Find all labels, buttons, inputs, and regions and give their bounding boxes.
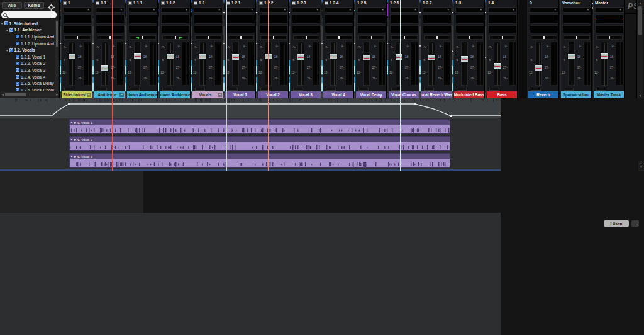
pan-slider[interactable] [358,35,385,40]
timeline-area[interactable]: ▸CUptown Ambience (1)▸CUptown Ambience (… [0,213,501,335]
strip-name-label[interactable]: Spurvorschau [561,91,591,98]
strip-dropdown[interactable]: ▼ [96,7,125,13]
pan-slider[interactable] [64,35,91,40]
strip-name-label[interactable]: Vocal Delay [356,91,386,98]
strip-arm-icon[interactable] [96,1,99,5]
strip-dropdown[interactable]: ▼ [226,7,255,13]
strip-dropdown[interactable]: ▼ [423,7,452,13]
fader-track[interactable] [363,42,370,86]
pan-slider[interactable] [391,35,418,40]
send-slot[interactable] [292,25,321,33]
fader-track[interactable] [69,42,75,86]
pan-handle[interactable] [502,36,503,39]
strip-dropdown[interactable]: ▼ [63,7,92,13]
send-slot[interactable] [423,25,452,33]
strip-name-label[interactable]: Uptown Ambience... [160,91,190,98]
strip-dropdown[interactable]: ▼ [562,7,591,13]
tree-horizontal-scrollbar[interactable]: ◂ ▸ [1,92,58,97]
fader-track[interactable] [461,42,468,86]
fader-handle[interactable] [395,54,403,60]
fader-track[interactable] [101,42,108,86]
mixer-strip-1.3[interactable]: 1.3▼0-6-12-9-18-27-36-Modulated Bass [453,0,485,98]
fader-track[interactable] [494,42,501,86]
send-slot[interactable] [259,25,288,33]
tree-item[interactable]: ✓1.2.6. Vocal Chorus [1,87,54,91]
plugin-slot[interactable] [128,14,157,24]
mixer-strip-1.1[interactable]: 1.1▼0-6-12-9-18-27-36-Ambience− [94,0,125,98]
mixer-strip-1.1.1[interactable]: 1.1.1▼0-6-12-9-18-27-36-Uptown Ambience.… [126,0,158,98]
strip-arm-icon[interactable] [161,1,165,5]
pan-handle[interactable] [404,36,405,39]
fader-track[interactable] [396,42,402,86]
send-slot[interactable] [390,25,419,33]
strip-dropdown[interactable]: ▼ [194,7,223,13]
mixer-strip-1.2.2[interactable]: 1.2.2▼0-6-12-9-18-27-36-Vocal 2 [257,0,289,98]
fader-handle[interactable] [600,52,608,59]
tree-item[interactable]: ✓1.2.2. Vocal 2 [1,60,54,67]
tree-checkbox[interactable]: ✓ [16,55,19,59]
plugin-slot[interactable] [390,14,419,24]
strip-name-label[interactable]: Uptown Ambience... [127,91,157,98]
send-slot[interactable] [455,25,484,33]
filter-all-button[interactable]: Alle [2,2,22,9]
plugin-slot[interactable] [562,14,591,24]
strip-arm-icon[interactable] [292,1,296,5]
fader-handle[interactable] [330,53,338,60]
strip-dropdown[interactable]: ▼ [325,7,353,13]
plugin-slot[interactable] [292,14,321,24]
fader-handle[interactable] [133,52,142,59]
strip-collapse-button[interactable]: − [87,93,91,97]
pan-handle[interactable] [77,36,78,39]
plugin-slot[interactable] [357,14,386,24]
pan-handle[interactable] [338,36,340,39]
plugin-slot[interactable] [530,14,558,24]
fader-handle[interactable] [493,62,501,69]
plugin-slot[interactable] [455,14,484,24]
send-slot[interactable] [357,25,386,33]
strip-collapse-button[interactable]: − [119,93,124,97]
plugin-slot[interactable] [325,14,353,24]
send-slot[interactable] [325,25,353,33]
pan-handle[interactable] [576,36,577,39]
tree-item[interactable]: ✓1.2.5. Vocal Delay [1,80,54,87]
fader-track[interactable] [601,42,608,86]
mixer-strip-1.2.3[interactable]: 1.2.3▼0-6-12-9-18-27-36-Vocal 3 [290,0,321,98]
tree-expand-icon[interactable]: ▾ [6,48,8,52]
mixer-strip-3[interactable]: 3▼0-6-12-9-18-27-36-Reverb [528,0,559,98]
tree-expand-icon[interactable]: ▾ [6,28,8,32]
send-slot[interactable] [96,25,125,33]
tree-checkbox[interactable]: ✓ [9,48,13,52]
minimize-panel-button[interactable]: − [631,220,639,227]
pan-handle[interactable] [273,36,274,39]
tree-checkbox[interactable]: ✓ [9,28,13,32]
fader-track[interactable] [535,42,542,86]
tree-item[interactable]: ✓1.1.1. Uptown Amb [1,33,54,40]
pan-slider[interactable] [293,35,319,40]
strip-name-label[interactable]: Vocal Chorus [389,91,419,98]
plugin-slot[interactable] [63,14,92,24]
send-slot[interactable] [562,25,591,33]
fader-handle[interactable] [231,54,240,60]
fader-handle[interactable] [297,54,305,60]
pan-slider[interactable] [531,35,557,40]
fader-handle[interactable] [199,53,207,60]
pan-slider[interactable] [457,35,483,40]
fader-handle[interactable] [460,55,469,62]
tree-item[interactable]: ✓1.1.2. Uptown Amb [1,40,54,47]
strip-arm-icon[interactable] [325,1,328,5]
strip-dropdown[interactable]: ▼ [455,7,484,13]
strip-name-label[interactable]: Master Track [594,91,624,98]
strip-dropdown[interactable]: ▼ [357,7,386,13]
strip-arm-icon[interactable] [259,1,263,5]
pan-handle[interactable] [469,36,470,39]
strip-dropdown[interactable]: ▼ [488,7,517,13]
tree-item[interactable]: ▾✓1.2. Vocals [1,47,54,54]
filter-none-button[interactable]: Keine [24,2,44,9]
strip-arm-icon[interactable] [63,1,67,5]
send-slot[interactable] [595,25,624,33]
mixer-strip-1.2.7[interactable]: 1.2.7▼0-6-12-9-18-27-36-Vocal Reverb Was… [421,0,452,98]
fader-track[interactable] [134,42,141,86]
pan-slider[interactable] [97,35,123,40]
strip-name-label[interactable]: Vocal 4 [323,91,353,98]
tree-checkbox[interactable]: ✓ [16,75,19,79]
